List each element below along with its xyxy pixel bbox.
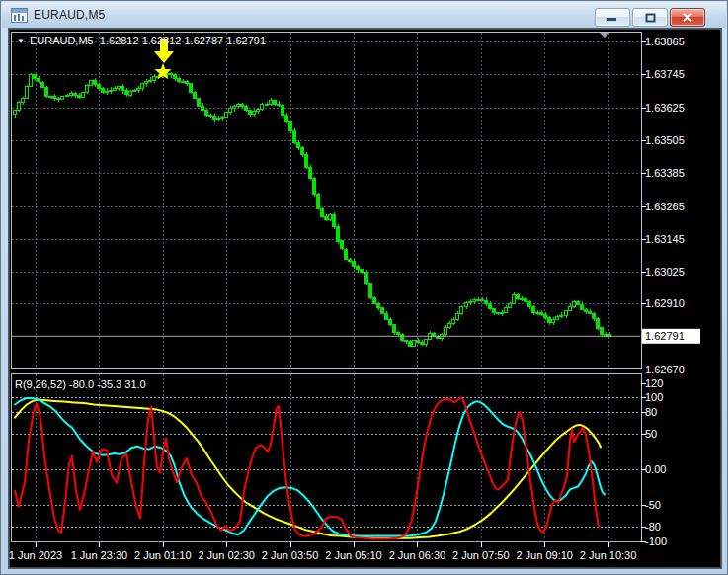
indicator-scale-label: -50 — [645, 499, 661, 511]
price-chart-canvas[interactable]: 1.627911.638651.637451.636251.635051.633… — [9, 29, 721, 568]
time-axis-label: 2 Jun 10:30 — [580, 549, 637, 561]
time-axis-label: 2 Jun 03:50 — [262, 549, 319, 561]
time-axis-label: 2 Jun 05:10 — [325, 549, 382, 561]
price-axis-label: 1.62670 — [645, 364, 685, 375]
time-axis-label: 1 Jun 2023 — [9, 549, 62, 561]
price-axis-label: 1.63265 — [645, 201, 685, 212]
price-axis-label: 1.63625 — [645, 102, 685, 114]
price-axis-label: 1.63865 — [645, 36, 685, 47]
minimize-button[interactable] — [595, 8, 630, 27]
price-axis-label: 1.63505 — [645, 134, 685, 146]
time-axis-label: 2 Jun 09:10 — [516, 549, 573, 561]
time-axis-label: 2 Jun 02:30 — [198, 549, 255, 561]
close-button[interactable] — [670, 8, 705, 27]
restore-icon — [645, 13, 656, 23]
price-axis-label: 1.63025 — [645, 266, 685, 278]
chart-icon — [11, 8, 28, 23]
indicator-scale-label: 120 — [645, 377, 663, 389]
close-icon — [683, 13, 692, 22]
indicator-scale-label: -80 — [645, 521, 661, 533]
price-axis-label: 1.62910 — [645, 297, 685, 309]
chart-window: EURAUD,M5 1.627911.638651.637451.636251.… — [0, 0, 728, 575]
indicator-panel[interactable] — [12, 374, 642, 542]
current-price-label: 1.62791 — [645, 330, 685, 342]
indicator-scale-label: 0.00 — [645, 463, 666, 475]
time-axis-label: 1 Jun 23:30 — [71, 549, 128, 561]
indicator-scale-label: 50 — [645, 428, 657, 440]
time-axis-label: 2 Jun 07:50 — [452, 549, 510, 561]
price-axis-label: 1.63145 — [645, 233, 685, 245]
indicator-scale-label: 80 — [645, 406, 657, 418]
restore-button[interactable] — [632, 8, 668, 27]
price-axis-label: 1.63745 — [645, 68, 685, 80]
title-bar[interactable]: EURAUD,M5 — [2, 2, 726, 28]
minimize-icon — [607, 13, 617, 22]
indicator-scale-label: 100 — [645, 391, 663, 403]
time-axis-label: 2 Jun 01:10 — [134, 549, 192, 561]
window-title: EURAUD,M5 — [34, 8, 105, 22]
indicator-scale-label: -100 — [645, 535, 667, 547]
chart-client-area: 1.627911.638651.637451.636251.635051.633… — [8, 28, 722, 569]
time-axis-label: 2 Jun 06:30 — [389, 549, 446, 561]
price-axis-label: 1.63385 — [645, 167, 685, 179]
